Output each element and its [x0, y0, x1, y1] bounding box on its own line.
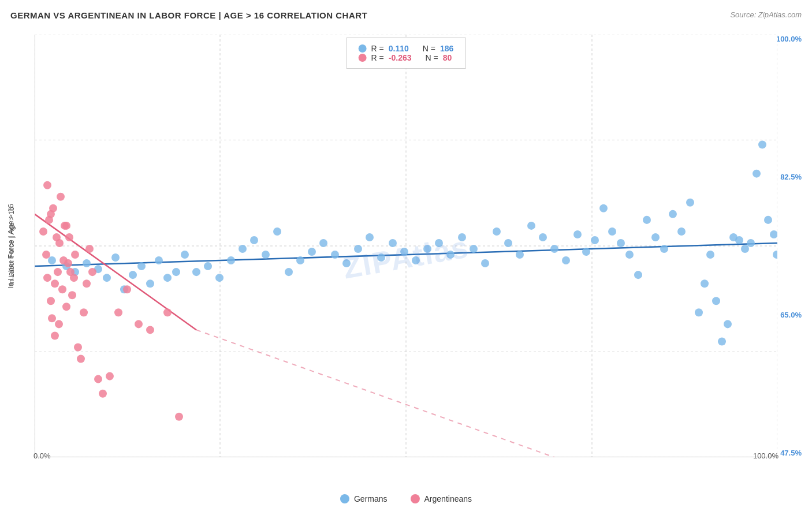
svg-point-76: [677, 227, 686, 236]
svg-point-21: [103, 274, 111, 282]
svg-point-133: [43, 181, 51, 189]
svg-point-24: [129, 271, 137, 279]
svg-point-130: [51, 331, 59, 339]
svg-point-69: [617, 239, 625, 247]
svg-point-41: [308, 248, 316, 256]
svg-point-48: [389, 239, 397, 247]
svg-point-29: [172, 268, 180, 276]
legend-n-label-pink: N =: [426, 53, 438, 62]
y-label-65: 65.0%: [776, 311, 802, 319]
svg-point-45: [354, 245, 362, 253]
svg-point-52: [435, 239, 443, 247]
svg-point-38: [273, 227, 281, 236]
svg-point-16: [48, 256, 56, 264]
svg-point-100: [51, 279, 59, 288]
y-axis-right-labels: 100.0% 82.5% 65.0% 47.5%: [776, 35, 802, 457]
svg-point-78: [695, 308, 703, 316]
legend-label-german: Germans: [354, 494, 388, 503]
legend-box: R = 0.110 N = 186 R = -0.263 N = 80: [347, 38, 466, 69]
svg-point-113: [70, 274, 78, 282]
legend-r-label-pink: R =: [371, 53, 384, 62]
svg-point-112: [68, 291, 76, 299]
svg-point-49: [400, 248, 408, 256]
svg-point-97: [47, 297, 55, 305]
svg-point-75: [669, 210, 677, 218]
chart-title: GERMAN VS ARGENTINEAN IN LABOR FORCE | A…: [10, 10, 367, 20]
svg-point-118: [83, 279, 91, 288]
x-label-100: 100.0%: [753, 451, 779, 460]
svg-point-114: [71, 251, 79, 259]
svg-point-44: [342, 259, 351, 267]
legend-dot-argentinean: [411, 494, 420, 503]
svg-point-36: [250, 236, 258, 244]
legend-dot-blue: [359, 44, 367, 53]
svg-point-134: [47, 210, 55, 218]
legend-dot-german: [340, 494, 349, 503]
svg-point-82: [718, 337, 726, 345]
svg-point-58: [504, 239, 512, 247]
svg-point-54: [458, 233, 466, 241]
svg-point-120: [88, 268, 96, 276]
chart-area: [35, 35, 777, 457]
svg-point-95: [43, 274, 51, 282]
svg-point-64: [573, 230, 582, 238]
svg-point-74: [660, 245, 668, 253]
svg-point-28: [163, 274, 172, 282]
svg-point-127: [146, 326, 154, 334]
y-axis-label-text: In Labor Force | Age > 16: [8, 207, 16, 285]
svg-point-62: [550, 245, 558, 253]
svg-point-121: [94, 375, 102, 383]
svg-point-98: [48, 314, 56, 322]
svg-point-94: [42, 251, 50, 259]
svg-point-126: [135, 320, 143, 328]
bottom-legend: Germans Argentineans: [340, 494, 472, 503]
svg-point-25: [137, 262, 146, 270]
svg-point-30: [181, 251, 189, 259]
svg-point-63: [562, 256, 570, 264]
x-axis-labels: 0.0% 100.0%: [33, 451, 779, 460]
svg-point-67: [599, 204, 608, 212]
svg-point-105: [58, 285, 66, 293]
svg-point-27: [155, 256, 163, 264]
legend-dot-pink: [359, 54, 367, 62]
svg-point-132: [62, 222, 70, 230]
legend-r-label-blue: R =: [371, 44, 384, 53]
svg-point-131: [55, 320, 63, 328]
svg-point-65: [582, 248, 590, 256]
svg-point-32: [204, 262, 212, 270]
legend-item-german: Germans: [340, 494, 388, 503]
svg-point-33: [215, 274, 224, 282]
legend-n-value-blue: 186: [440, 44, 453, 53]
chart-container: GERMAN VS ARGENTINEAN IN LABOR FORCE | A…: [0, 0, 812, 515]
svg-point-37: [262, 251, 270, 259]
svg-point-55: [470, 245, 478, 253]
svg-point-59: [516, 251, 524, 259]
svg-point-87: [747, 239, 755, 247]
svg-point-90: [764, 216, 772, 224]
svg-point-119: [85, 245, 94, 253]
svg-point-39: [285, 268, 293, 276]
svg-point-31: [192, 268, 200, 276]
svg-point-129: [175, 413, 183, 421]
svg-point-43: [331, 251, 339, 259]
svg-point-53: [446, 251, 455, 259]
svg-point-22: [111, 253, 120, 262]
x-label-0: 0.0%: [33, 451, 51, 460]
svg-point-60: [527, 222, 535, 230]
svg-point-68: [608, 227, 616, 236]
svg-point-71: [634, 271, 642, 279]
svg-point-34: [227, 256, 235, 264]
svg-point-108: [62, 303, 70, 311]
svg-point-70: [625, 251, 634, 259]
svg-point-50: [412, 256, 420, 264]
svg-point-122: [99, 390, 107, 398]
svg-point-77: [686, 199, 694, 207]
svg-point-57: [493, 227, 501, 236]
svg-point-104: [57, 193, 65, 201]
legend-n-label-blue: N =: [423, 44, 435, 53]
svg-point-47: [377, 253, 385, 262]
svg-point-56: [481, 259, 489, 267]
legend-r-value-pink: -0.263: [389, 53, 412, 62]
svg-point-124: [114, 308, 122, 316]
svg-point-26: [146, 279, 154, 288]
